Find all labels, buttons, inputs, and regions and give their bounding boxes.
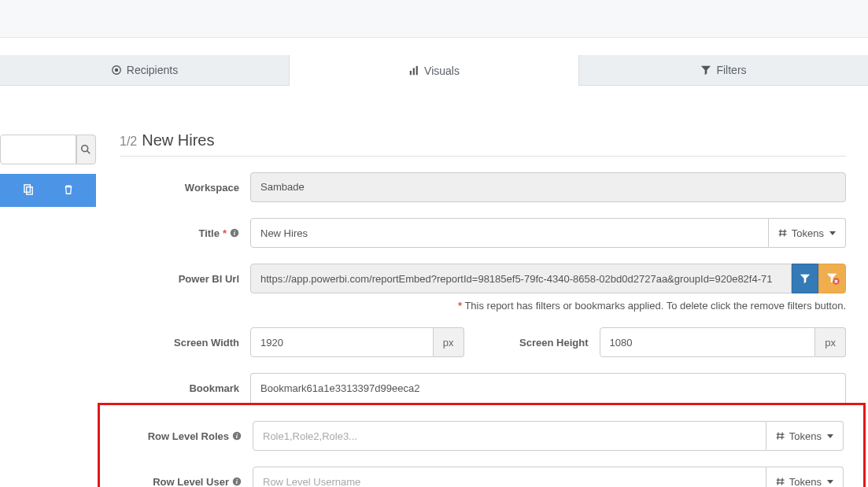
info-icon[interactable]: i [232,477,242,486]
svg-line-6 [87,151,90,154]
bookmark-input[interactable] [250,373,846,403]
svg-rect-4 [416,65,418,74]
tab-label: Visuals [424,65,460,77]
label-powerbi-url: Power BI Url [120,273,239,285]
row-roles-input[interactable] [253,421,766,451]
svg-rect-3 [413,68,415,75]
copy-icon [23,183,35,195]
title-input[interactable] [250,218,769,248]
top-bar [0,0,868,38]
chevron-down-icon [827,480,833,484]
remove-filter-button[interactable] [818,264,846,293]
tokens-button-roles[interactable]: Tokens [766,421,844,451]
filter-note: * This report has filters or bookmarks a… [120,300,846,312]
hash-icon [776,431,785,441]
tab-filters[interactable]: Filters [579,55,868,85]
section-title: New Hires [142,131,214,149]
hash-icon [776,477,785,486]
svg-point-5 [82,146,88,152]
screen-height-input[interactable] [600,327,816,357]
copy-button[interactable] [23,183,35,197]
label-row-user: Row Level User i [122,476,242,488]
label-row-roles: Row Level Roles i [122,430,242,442]
label-title: Title* i [120,227,239,239]
tab-recipients[interactable]: Recipients [0,55,289,85]
section-index: 1/2 [120,135,137,149]
row-user-input[interactable] [253,467,766,487]
filter-remove-icon [826,271,840,286]
workspace-field: Sambade [250,172,846,202]
chevron-down-icon [829,231,836,235]
filter-icon [800,273,811,284]
tokens-button-title[interactable]: Tokens [769,218,846,248]
tab-label: Filters [716,64,746,76]
delete-button[interactable] [63,184,74,197]
svg-point-1 [115,68,118,72]
search-button[interactable] [76,135,97,164]
hash-icon [778,228,788,238]
search-icon [80,144,91,155]
svg-rect-2 [410,71,412,75]
filter-button[interactable] [792,264,819,293]
search-input[interactable] [0,135,76,164]
screen-width-input[interactable] [250,327,434,357]
label-bookmark: Bookmark [120,382,239,394]
powerbi-url-input[interactable] [250,264,792,293]
trash-icon [63,184,74,195]
tab-visuals[interactable]: Visuals [289,55,579,86]
unit-px: px [434,327,464,357]
item-toolbar [0,174,96,207]
info-icon[interactable]: i [232,431,242,441]
target-icon [111,65,122,76]
unit-px: px [815,327,846,357]
highlight-box: Row Level Roles i Tokens Row Level User … [98,403,866,487]
filter-icon [700,65,711,76]
tokens-button-user[interactable]: Tokens [766,467,844,487]
tab-label: Recipients [127,64,178,76]
section-header: 1/2 New Hires [120,131,846,157]
label-workspace: Workspace [120,182,239,194]
label-screen-width: Screen Width [120,337,239,349]
info-icon[interactable]: i [230,228,239,238]
label-screen-height: Screen Height [502,337,589,349]
svg-rect-7 [24,185,30,192]
tab-bar: Recipients Visuals Filters [0,55,868,86]
svg-rect-8 [26,187,32,194]
chevron-down-icon [827,434,833,438]
chart-icon [408,65,419,76]
